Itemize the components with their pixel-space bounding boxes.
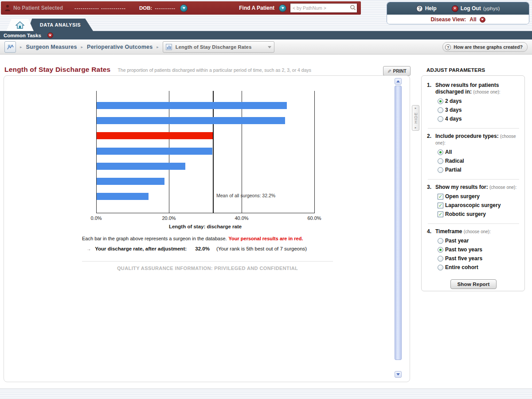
choose-one-hint: (choose one): <box>435 134 516 145</box>
logout-button[interactable]: ✕ Log Out (yphys) <box>437 5 500 12</box>
radio-control[interactable] <box>438 238 443 244</box>
radio-control[interactable] <box>438 116 443 122</box>
radio-control[interactable] <box>438 167 443 173</box>
scrollbar-thumb[interactable] <box>395 86 402 360</box>
help-button[interactable]: ? Help <box>416 5 437 12</box>
option-label: Past year <box>445 238 469 244</box>
radio-control-selected[interactable] <box>438 98 443 104</box>
choose-one-hint: (choose one): <box>489 185 516 190</box>
section-body: Timeframe (choose one):Past yearPast two… <box>435 228 520 273</box>
option-label: 3 days <box>445 107 462 113</box>
help-label: Help <box>425 5 437 12</box>
page-subtitle: The proportion of patients discharged wi… <box>117 67 311 73</box>
search-icon[interactable] <box>350 4 356 11</box>
report-selector-icon <box>166 44 172 50</box>
mean-annotation: Mean of all surgeons: 32.2% <box>216 193 275 198</box>
no-patient-label: No Patient Selected <box>13 5 63 11</box>
radio-control[interactable] <box>438 256 443 262</box>
tab-data-analysis[interactable]: DATA ANALYSIS <box>27 19 93 31</box>
adjust-parameters-title: ADJUST PARAMETERS <box>426 67 485 73</box>
chart-note: Each bar in the graph above represents a… <box>82 236 303 241</box>
checkbox-open-surgery[interactable]: Open surgery <box>438 193 520 200</box>
radio-control-selected[interactable] <box>438 149 443 155</box>
breadcrumb-perioperative-outcomes[interactable]: Perioperative Outcomes <box>87 44 153 50</box>
option-label: Robotic surgery <box>445 211 486 217</box>
breadcrumb-surgeon-measures[interactable]: Surgeon Measures <box>26 44 77 50</box>
common-tasks-bar: Common Tasks <box>0 31 532 39</box>
footer-stripes <box>0 388 532 399</box>
radio-entire-cohort[interactable]: Entire cohort <box>438 264 520 270</box>
print-label: PRINT <box>393 69 407 74</box>
patient-dropdown-icon[interactable] <box>180 4 188 12</box>
option-label: All <box>445 149 452 155</box>
radio-4-days[interactable]: 4 days <box>438 116 520 122</box>
common-tasks-dropdown-icon[interactable] <box>47 32 53 38</box>
option-label: Radical <box>445 158 464 164</box>
discharge-rate-bar-chart: 0.0%20.0%40.0%60.0%Mean of all surgeons:… <box>82 85 337 235</box>
vertical-scrollbar[interactable] <box>395 78 402 378</box>
result-rank: (Your rank is 5th best out of 7 surgeons… <box>216 246 307 251</box>
radio-past-year[interactable]: Past year <box>438 238 520 244</box>
arrow-icon: → <box>86 246 91 251</box>
section-number: 2. <box>427 133 435 176</box>
parameter-section: 4.Timeframe (choose one):Past yearPast t… <box>427 228 520 273</box>
radio-2-days[interactable]: 2 days <box>438 98 520 104</box>
radio-past-two-years[interactable]: Past two years <box>438 246 520 253</box>
help-icon: ? <box>416 5 423 12</box>
option-label: Open surgery <box>445 193 480 200</box>
tab-home[interactable] <box>6 19 34 31</box>
option-list: 2 days3 days4 days <box>438 98 520 122</box>
checkbox-laparoscopic-surgery[interactable]: Laparoscopic surgery <box>438 202 520 208</box>
account-toolbar: ? Help ✕ Log Out (yphys) <box>387 2 529 15</box>
radio-control[interactable] <box>438 107 443 113</box>
radio-all[interactable]: All <box>438 149 520 155</box>
common-tasks-label[interactable]: Common Tasks <box>4 33 41 38</box>
show-report-button[interactable]: Show Report <box>450 279 496 289</box>
graphs-help-label: How are these graphs created? <box>454 44 523 50</box>
checkbox-control-selected[interactable] <box>438 203 443 208</box>
divider <box>428 223 519 224</box>
patient-search-input[interactable] <box>290 3 357 13</box>
parameter-section: 1.Show results for patients discharged i… <box>427 82 520 125</box>
section-body: Show my results for: (choose one):Open s… <box>435 184 520 220</box>
radio-partial[interactable]: Partial <box>438 167 520 173</box>
hide-panel-tab[interactable]: ▸ HIDE ▸ <box>412 105 419 131</box>
radio-radical[interactable]: Radical <box>438 158 520 164</box>
dob-value: ---------- <box>155 5 176 11</box>
surgeon-bar <box>97 117 285 124</box>
radio-control[interactable] <box>438 265 443 270</box>
option-list: AllRadicalPartial <box>438 149 520 173</box>
print-button[interactable]: ✎ PRINT <box>383 66 411 76</box>
reports-home-button[interactable] <box>4 41 16 53</box>
choose-one-hint: (choose one): <box>464 229 491 234</box>
report-selector-dropdown[interactable]: Length of Stay Discharge Rates <box>163 41 274 53</box>
tab-row: DATA ANALYSIS <box>0 19 532 31</box>
print-icon: ✎ <box>387 69 392 73</box>
find-a-patient-label: Find A Patient <box>239 5 274 11</box>
checkbox-robotic-surgery[interactable]: Robotic surgery <box>438 211 520 217</box>
scrollbar-down-button[interactable] <box>395 371 402 378</box>
scrollbar-up-button[interactable] <box>395 78 402 85</box>
checkbox-control-selected[interactable] <box>438 211 443 217</box>
radio-past-five-years[interactable]: Past five years <box>438 255 520 262</box>
adjust-parameters-panel: 1.Show results for patients discharged i… <box>421 75 525 291</box>
graphs-help-button[interactable]: ? How are these graphs created? <box>442 42 528 52</box>
breadcrumb-arrow-icon: ▸ <box>156 45 159 49</box>
x-tick-label: 60.0% <box>307 215 321 221</box>
checkbox-control-selected[interactable] <box>438 194 443 200</box>
hide-label: HIDE <box>414 112 418 124</box>
home-icon <box>16 21 24 29</box>
result-label: Your discharge rate, after adjustment: <box>95 246 187 251</box>
x-axis-title: Length of stay: discharge rate <box>169 224 242 229</box>
radio-control-selected[interactable] <box>438 247 443 253</box>
section-number: 3. <box>427 184 435 220</box>
divider <box>82 261 333 262</box>
radio-3-days[interactable]: 3 days <box>438 107 520 113</box>
radio-control[interactable] <box>438 158 443 164</box>
find-patient-dropdown-icon[interactable] <box>279 4 286 12</box>
option-label: 4 days <box>445 116 462 122</box>
my-result-bar <box>97 132 213 139</box>
parameter-section: 3.Show my results for: (choose one):Open… <box>427 184 520 220</box>
option-label: Past two years <box>445 246 482 253</box>
option-list: Open surgeryLaparoscopic surgeryRobotic … <box>438 193 520 217</box>
